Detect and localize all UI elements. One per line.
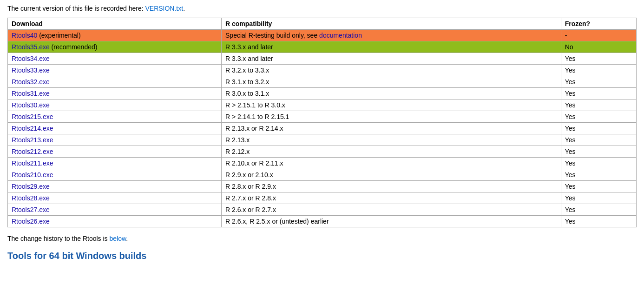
download-cell: Rtools31.exe [8, 88, 222, 99]
download-cell: Rtools30.exe [8, 99, 222, 111]
table-row: Rtools33.exeR 3.2.x to 3.3.xYes [8, 65, 637, 76]
compat-cell: R 3.2.x to 3.3.x [222, 65, 561, 76]
footer-suffix: . [126, 235, 128, 242]
compat-cell: Special R-testing build only, see docume… [222, 30, 561, 41]
download-cell: Rtools210.exe [8, 169, 222, 181]
table-row: Rtools29.exeR 2.8.x or R 2.9.xYes [8, 181, 637, 192]
frozen-cell: Yes [561, 158, 636, 169]
table-row: Rtools212.exeR 2.12.xYes [8, 146, 637, 158]
footer-text: The change history to the Rtools is belo… [7, 235, 637, 242]
download-cell: Rtools35.exe (recommended) [8, 41, 222, 53]
download-cell: Rtools27.exe [8, 204, 222, 216]
compat-cell: R > 2.14.1 to R 2.15.1 [222, 111, 561, 123]
frozen-cell: No [561, 41, 636, 53]
table-row: Rtools213.exeR 2.13.xYes [8, 134, 637, 146]
table-row: Rtools35.exe (recommended)R 3.3.x and la… [8, 41, 637, 53]
table-row: Rtools30.exeR > 2.15.1 to R 3.0.xYes [8, 99, 637, 111]
table-header-row: Download R compatibility Frozen? [8, 18, 637, 30]
frozen-cell: Yes [561, 181, 636, 192]
download-cell: Rtools32.exe [8, 76, 222, 88]
compat-cell: R 3.3.x and later [222, 53, 561, 65]
frozen-cell: Yes [561, 216, 636, 227]
frozen-cell: Yes [561, 88, 636, 99]
download-link[interactable]: Rtools26.exe [12, 218, 50, 225]
frozen-cell: Yes [561, 123, 636, 134]
download-link[interactable]: Rtools213.exe [12, 136, 53, 144]
frozen-cell: Yes [561, 76, 636, 88]
compat-cell: R 3.0.x to 3.1.x [222, 88, 561, 99]
table-row: Rtools40 (experimental)Special R-testing… [8, 30, 637, 41]
table-row: Rtools211.exeR 2.10.x or R 2.11.xYes [8, 158, 637, 169]
download-link[interactable]: Rtools40 [12, 32, 37, 39]
compat-cell: R 3.3.x and later [222, 41, 561, 53]
compat-cell: R 2.13.x [222, 134, 561, 146]
download-link[interactable]: Rtools28.exe [12, 194, 50, 202]
download-cell: Rtools215.exe [8, 111, 222, 123]
version-link[interactable]: VERSION.txt [145, 5, 183, 12]
compat-cell: R 2.8.x or R 2.9.x [222, 181, 561, 192]
download-link[interactable]: Rtools35.exe [12, 43, 50, 51]
download-cell: Rtools28.exe [8, 192, 222, 204]
download-link[interactable]: Rtools30.exe [12, 101, 50, 109]
table-row: Rtools214.exeR 2.13.x or R 2.14.xYes [8, 123, 637, 134]
intro-prefix: The current version of this file is reco… [7, 5, 145, 12]
download-link[interactable]: Rtools212.exe [12, 148, 53, 155]
download-cell: Rtools26.exe [8, 216, 222, 227]
download-link[interactable]: Rtools210.exe [12, 171, 53, 179]
col-header-download: Download [8, 18, 222, 30]
compat-text: Special R-testing build only, see [225, 32, 319, 39]
footer-prefix: The change history to the Rtools is [7, 235, 109, 242]
frozen-cell: Yes [561, 146, 636, 158]
compat-doc-link[interactable]: documentation [319, 32, 362, 39]
download-link[interactable]: Rtools215.exe [12, 113, 53, 120]
intro-text: The current version of this file is reco… [7, 5, 637, 12]
frozen-cell: - [561, 30, 636, 41]
table-row: Rtools34.exeR 3.3.x and laterYes [8, 53, 637, 65]
compat-cell: R 3.1.x to 3.2.x [222, 76, 561, 88]
download-link[interactable]: Rtools211.exe [12, 159, 53, 167]
download-link[interactable]: Rtools32.exe [12, 78, 50, 86]
compat-cell: R 2.13.x or R 2.14.x [222, 123, 561, 134]
table-row: Rtools210.exeR 2.9.x or 2.10.xYes [8, 169, 637, 181]
below-link[interactable]: below [109, 235, 126, 242]
download-extra: (recommended) [50, 43, 98, 51]
download-link[interactable]: Rtools214.exe [12, 125, 53, 132]
compat-cell: R 2.12.x [222, 146, 561, 158]
table-row: Rtools215.exeR > 2.14.1 to R 2.15.1Yes [8, 111, 637, 123]
rtools-table: Download R compatibility Frozen? Rtools4… [7, 18, 637, 227]
download-cell: Rtools29.exe [8, 181, 222, 192]
download-link[interactable]: Rtools33.exe [12, 66, 50, 74]
frozen-cell: Yes [561, 134, 636, 146]
frozen-cell: Yes [561, 204, 636, 216]
frozen-cell: Yes [561, 53, 636, 65]
download-cell: Rtools214.exe [8, 123, 222, 134]
download-cell: Rtools212.exe [8, 146, 222, 158]
frozen-cell: Yes [561, 111, 636, 123]
col-header-frozen: Frozen? [561, 18, 636, 30]
frozen-cell: Yes [561, 169, 636, 181]
frozen-cell: Yes [561, 65, 636, 76]
download-cell: Rtools211.exe [8, 158, 222, 169]
frozen-cell: Yes [561, 99, 636, 111]
section-heading-64bit: Tools for 64 bit Windows builds [7, 251, 637, 261]
col-header-compat: R compatibility [222, 18, 561, 30]
download-cell: Rtools34.exe [8, 53, 222, 65]
download-link[interactable]: Rtools29.exe [12, 183, 50, 190]
compat-cell: R 2.9.x or 2.10.x [222, 169, 561, 181]
compat-cell: R 2.10.x or R 2.11.x [222, 158, 561, 169]
table-row: Rtools31.exeR 3.0.x to 3.1.xYes [8, 88, 637, 99]
download-cell: Rtools40 (experimental) [8, 30, 222, 41]
frozen-cell: Yes [561, 192, 636, 204]
download-link[interactable]: Rtools31.exe [12, 90, 50, 97]
download-cell: Rtools33.exe [8, 65, 222, 76]
table-row: Rtools26.exeR 2.6.x, R 2.5.x or (unteste… [8, 216, 637, 227]
table-row: Rtools27.exeR 2.6.x or R 2.7.xYes [8, 204, 637, 216]
compat-cell: R 2.7.x or R 2.8.x [222, 192, 561, 204]
compat-cell: R > 2.15.1 to R 3.0.x [222, 99, 561, 111]
table-row: Rtools28.exeR 2.7.x or R 2.8.xYes [8, 192, 637, 204]
download-link[interactable]: Rtools34.exe [12, 55, 50, 62]
table-row: Rtools32.exeR 3.1.x to 3.2.xYes [8, 76, 637, 88]
download-cell: Rtools213.exe [8, 134, 222, 146]
compat-cell: R 2.6.x or R 2.7.x [222, 204, 561, 216]
download-link[interactable]: Rtools27.exe [12, 206, 50, 213]
